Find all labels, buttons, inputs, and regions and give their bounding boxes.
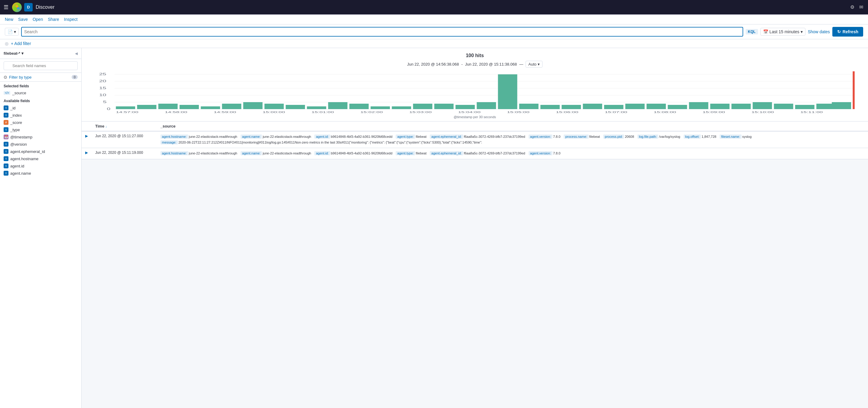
- field-type-t: t: [4, 127, 8, 132]
- elastic-logo: [12, 2, 22, 12]
- time-chevron-icon: ▾: [801, 29, 803, 34]
- svg-text:14:58:00: 14:58:00: [165, 111, 187, 114]
- svg-text:15:00:00: 15:00:00: [262, 111, 285, 114]
- svg-rect-29: [413, 104, 433, 109]
- row-expand-button[interactable]: ▶: [85, 151, 88, 155]
- selected-fields-title: Selected fields: [0, 82, 81, 90]
- filter-bar: ◎ + Add filter: [0, 39, 868, 48]
- svg-text:14:59:00: 14:59:00: [214, 111, 236, 114]
- chart-header: 100 hits: [89, 53, 861, 58]
- search-input[interactable]: [24, 29, 740, 34]
- menu-icon[interactable]: ☰: [4, 4, 8, 10]
- svg-rect-26: [349, 104, 369, 109]
- row-expand-button[interactable]: ▶: [85, 134, 88, 138]
- svg-text:15:09:00: 15:09:00: [702, 111, 725, 114]
- index-doc-icon: 📄: [7, 29, 13, 34]
- svg-rect-16: [137, 105, 157, 109]
- filter-type-icon: ⊙: [4, 75, 7, 80]
- svg-rect-21: [243, 102, 262, 109]
- svg-rect-49: [832, 102, 851, 109]
- filter-count-badge: 0: [72, 75, 78, 79]
- field-search-input[interactable]: [4, 61, 78, 70]
- auto-interval-select[interactable]: Auto ▾: [526, 61, 542, 68]
- expand-col-header: [82, 122, 92, 131]
- filter-type-label: Filter by type: [9, 75, 31, 80]
- filter-circle-icon[interactable]: ◎: [5, 41, 8, 46]
- chart-svg-wrap: 0 5 10 15 20 25: [89, 71, 861, 119]
- field-item-hostname[interactable]: t agent.hostname: [0, 155, 81, 162]
- svg-rect-46: [774, 104, 793, 109]
- svg-rect-23: [286, 105, 305, 109]
- field-type-t: t: [4, 156, 8, 161]
- field-item-score[interactable]: # _score: [0, 119, 81, 126]
- svg-rect-36: [562, 105, 581, 109]
- show-dates-link[interactable]: Show dates: [808, 29, 830, 34]
- app-avatar: D: [24, 3, 33, 11]
- svg-rect-34: [519, 104, 538, 109]
- field-type-t: t: [4, 113, 8, 118]
- field-item-ephemeral-id[interactable]: t agent.ephemeral_id: [0, 148, 81, 155]
- svg-text:15:10:00: 15:10:00: [751, 111, 774, 114]
- field-item-type[interactable]: t _type: [0, 126, 81, 133]
- user-icon[interactable]: ⚙: [849, 3, 856, 11]
- field-name: agent.id: [10, 164, 24, 168]
- field-type-t: t: [4, 105, 8, 110]
- svg-rect-37: [583, 104, 602, 109]
- svg-text:0: 0: [107, 107, 111, 111]
- save-link[interactable]: Save: [18, 17, 28, 22]
- time-range-end: Jun 22, 2020 @ 15:11:38.068: [465, 62, 517, 66]
- search-bar: 📄 ▾ KQL 📅 Last 15 minutes ▾ Show dates ↻…: [0, 25, 868, 39]
- chart-x-axis-label: @timestamp per 30 seconds: [89, 115, 861, 119]
- new-link[interactable]: New: [5, 17, 13, 22]
- time-col-header[interactable]: Time ↓: [92, 122, 157, 131]
- time-picker[interactable]: 📅 Last 15 minutes ▾: [761, 28, 805, 36]
- refresh-button[interactable]: ↻ Refresh: [832, 27, 863, 37]
- share-link[interactable]: Share: [48, 17, 59, 22]
- add-filter-link[interactable]: + Add filter: [11, 41, 31, 46]
- field-name: agent.hostname: [10, 157, 38, 161]
- svg-rect-27: [371, 106, 390, 109]
- field-item-agent-id[interactable]: t agent.id: [0, 162, 81, 169]
- source-type-badge: </>: [4, 91, 10, 95]
- index-pattern-selector[interactable]: filebeat-* ▾: [4, 51, 24, 56]
- mail-icon[interactable]: ✉: [858, 3, 864, 11]
- field-item-index[interactable]: t _index: [0, 112, 81, 119]
- svg-rect-22: [265, 104, 284, 109]
- selected-field-source[interactable]: </> _source: [0, 90, 81, 96]
- field-name: @timestamp: [10, 135, 32, 139]
- row-time: Jun 22, 2020 @ 15:11:19.000: [92, 148, 157, 159]
- field-item-timestamp[interactable]: 📅 @timestamp: [0, 133, 81, 140]
- hits-count: 100: [466, 53, 474, 58]
- svg-rect-15: [116, 106, 135, 109]
- svg-point-1: [14, 7, 17, 9]
- table-row: ▶ Jun 22, 2020 @ 15:11:19.000 agent.host…: [82, 148, 868, 159]
- svg-rect-20: [222, 104, 242, 109]
- field-name: agent.name: [10, 171, 31, 176]
- time-range-label: Last 15 minutes: [770, 29, 799, 34]
- filter-by-type-row[interactable]: ⊙ Filter by type 0: [0, 73, 81, 82]
- svg-text:15:11:00: 15:11:00: [800, 111, 823, 114]
- svg-rect-31: [456, 105, 475, 109]
- field-name: _id: [10, 106, 16, 110]
- index-selector[interactable]: 📄 ▾: [5, 28, 19, 36]
- field-name: @version: [10, 142, 27, 147]
- inspect-link[interactable]: Inspect: [64, 17, 78, 22]
- field-item-version[interactable]: t @version: [0, 140, 81, 148]
- table-row: ▶ Jun 22, 2020 @ 15:11:27.000 agent.host…: [82, 131, 868, 148]
- kql-badge[interactable]: KQL: [746, 29, 758, 34]
- sidebar-collapse-arrow[interactable]: ◀: [75, 51, 78, 56]
- open-link[interactable]: Open: [33, 17, 43, 22]
- svg-rect-45: [752, 102, 772, 109]
- field-type-t: t: [4, 142, 8, 147]
- svg-text:15:03:00: 15:03:00: [409, 111, 432, 114]
- app-title: Discover: [36, 4, 849, 10]
- field-item-agent-name[interactable]: t agent.name: [0, 169, 81, 177]
- chart-time-range: Jun 22, 2020 @ 14:56:38.068 - Jun 22, 20…: [89, 61, 861, 68]
- field-type-t: t: [4, 171, 8, 176]
- field-name: _index: [10, 113, 22, 118]
- sidebar-search: 🔍: [0, 59, 81, 73]
- svg-text:15:05:00: 15:05:00: [507, 111, 529, 114]
- field-item-id[interactable]: t _id: [0, 104, 81, 112]
- svg-rect-33: [498, 74, 518, 109]
- content-area: 100 hits Jun 22, 2020 @ 14:56:38.068 - J…: [82, 48, 868, 408]
